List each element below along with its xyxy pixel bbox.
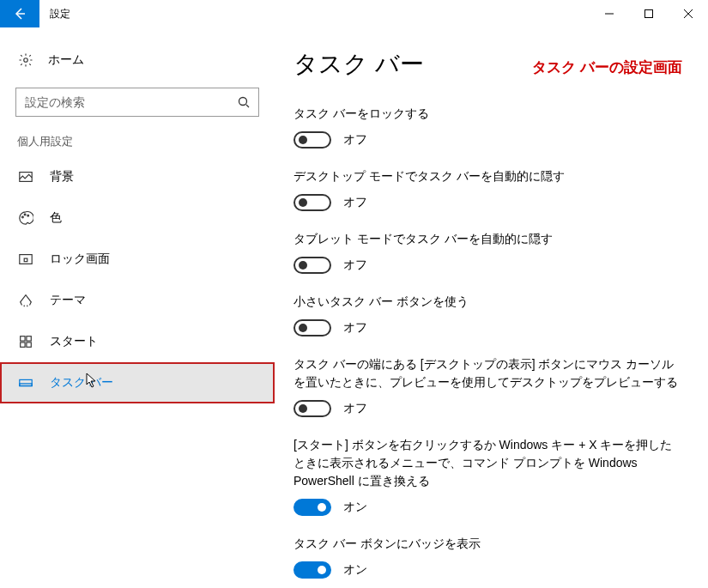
arrow-left-icon xyxy=(13,7,27,21)
search-icon xyxy=(235,94,252,111)
toggle-peek-desktop[interactable] xyxy=(293,400,331,417)
palette-icon xyxy=(17,209,34,227)
svg-rect-14 xyxy=(20,384,32,386)
sidebar-item-label: テーマ xyxy=(50,293,86,308)
setting-label: タブレット モードでタスク バーを自動的に隠す xyxy=(293,230,682,248)
picture-icon xyxy=(17,168,34,185)
search-wrap xyxy=(15,88,259,117)
toggle-state: オフ xyxy=(343,401,367,416)
toggle-autohide-tablet[interactable] xyxy=(293,257,331,274)
minimize-icon xyxy=(605,9,614,18)
sidebar-section-label: 個人用設定 xyxy=(0,134,275,156)
page-title: タスク バー xyxy=(293,48,424,81)
setting-label: タスク バー ボタンにバッジを表示 xyxy=(293,535,682,553)
annotation-text: タスク バーの設定画面 xyxy=(532,58,682,77)
close-button[interactable] xyxy=(669,0,708,27)
setting-autohide-tablet: タブレット モードでタスク バーを自動的に隠す オフ xyxy=(293,230,682,274)
sidebar-item-label: ロック画面 xyxy=(50,252,110,267)
toggle-small-buttons[interactable] xyxy=(293,319,331,336)
toggle-state: オフ xyxy=(343,132,367,148)
setting-small-buttons: 小さいタスク バー ボタンを使う オフ xyxy=(293,293,682,336)
setting-peek-desktop: タスク バーの端にある [デスクトップの表示] ボタンにマウス カーソルを置いた… xyxy=(293,355,682,417)
sidebar-home-label: ホーム xyxy=(48,52,84,68)
setting-label: 小さいタスク バー ボタンを使う xyxy=(293,293,682,311)
maximize-icon xyxy=(644,9,653,18)
svg-rect-12 xyxy=(27,342,31,347)
toggle-state: オン xyxy=(343,562,367,578)
setting-label: タスク バーをロックする xyxy=(293,105,682,123)
gear-icon xyxy=(17,52,34,69)
setting-label: [スタート] ボタンを右クリックするか Windows キー + X キーを押し… xyxy=(293,436,682,490)
sidebar-item-themes[interactable]: テーマ xyxy=(0,280,275,321)
toggle-autohide-desktop[interactable] xyxy=(293,194,331,211)
taskbar-icon xyxy=(17,374,34,391)
svg-rect-7 xyxy=(20,255,32,264)
close-icon xyxy=(684,9,693,18)
main-content: タスク バー タスク バーの設定画面 タスク バーをロックする オフ デスクトッ… xyxy=(275,27,708,588)
svg-point-1 xyxy=(24,58,28,63)
svg-point-2 xyxy=(239,98,247,106)
setting-badges: タスク バー ボタンにバッジを表示 オン xyxy=(293,535,682,579)
setting-lock-taskbar: タスク バーをロックする オフ xyxy=(293,105,682,149)
lockscreen-icon xyxy=(17,251,34,268)
svg-rect-11 xyxy=(21,342,25,347)
window-controls xyxy=(590,0,708,27)
sidebar-item-label: 背景 xyxy=(50,169,74,185)
back-button[interactable] xyxy=(0,0,39,27)
maximize-button[interactable] xyxy=(629,0,669,27)
window-title: 設定 xyxy=(39,7,590,21)
svg-point-4 xyxy=(22,216,24,218)
toggle-state: オフ xyxy=(343,195,367,210)
sidebar-item-start[interactable]: スタート xyxy=(0,321,275,362)
sidebar-item-background[interactable]: 背景 xyxy=(0,156,275,197)
sidebar-item-label: スタート xyxy=(50,334,98,349)
toggle-lock-taskbar[interactable] xyxy=(293,131,331,149)
toggle-state: オフ xyxy=(343,258,367,273)
svg-point-6 xyxy=(27,215,29,216)
search-input[interactable] xyxy=(15,88,259,117)
start-icon xyxy=(17,333,34,350)
titlebar: 設定 xyxy=(0,0,708,27)
svg-rect-8 xyxy=(24,258,27,262)
toggle-state: オン xyxy=(343,500,367,515)
sidebar-item-label: タスク バー xyxy=(50,375,113,391)
sidebar-item-label: 色 xyxy=(50,210,62,226)
setting-autohide-desktop: デスクトップ モードでタスク バーを自動的に隠す オフ xyxy=(293,167,682,211)
setting-label: タスク バーの端にある [デスクトップの表示] ボタンにマウス カーソルを置いた… xyxy=(293,355,682,391)
sidebar: ホーム 個人用設定 背景 色 ロック画面 xyxy=(0,27,275,588)
sidebar-home[interactable]: ホーム xyxy=(0,43,275,77)
svg-rect-10 xyxy=(27,336,31,341)
svg-rect-0 xyxy=(645,10,653,18)
svg-rect-9 xyxy=(21,336,25,341)
theme-icon xyxy=(17,292,34,309)
minimize-button[interactable] xyxy=(590,0,629,27)
setting-powershell: [スタート] ボタンを右クリックするか Windows キー + X キーを押し… xyxy=(293,436,682,516)
setting-label: デスクトップ モードでタスク バーを自動的に隠す xyxy=(293,167,682,185)
sidebar-item-taskbar[interactable]: タスク バー xyxy=(0,362,275,403)
sidebar-item-colors[interactable]: 色 xyxy=(0,197,275,239)
toggle-badges[interactable] xyxy=(293,561,331,579)
toggle-powershell[interactable] xyxy=(293,499,331,516)
svg-point-5 xyxy=(24,214,26,215)
toggle-state: オフ xyxy=(343,320,367,336)
sidebar-item-lockscreen[interactable]: ロック画面 xyxy=(0,239,275,280)
